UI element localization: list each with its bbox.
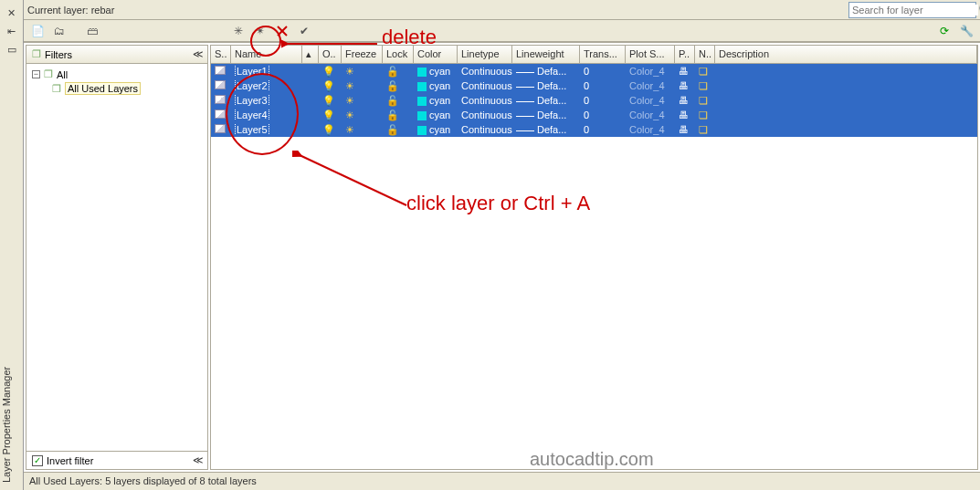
new-filter-icon[interactable]: 📄 [29, 23, 46, 39]
col-linetype[interactable]: Linetype [458, 46, 512, 63]
linetype-cell[interactable]: Continuous [458, 109, 512, 120]
plot-icon[interactable]: 🖶 [675, 80, 695, 91]
plot-icon[interactable]: 🖶 [675, 109, 695, 120]
grid-header[interactable]: S.. Name ▴ O.. Freeze Lock Color Linetyp… [211, 46, 977, 64]
linetype-cell[interactable]: Continuous [458, 80, 512, 91]
col-name[interactable]: Name [231, 46, 302, 63]
linetype-cell[interactable]: Continuous [458, 124, 512, 135]
search-input[interactable] [852, 5, 978, 16]
status-icon [215, 109, 226, 119]
layer-name[interactable]: Layer5 [235, 124, 269, 135]
linetype-cell[interactable]: Continuous [458, 66, 512, 77]
bulb-icon[interactable]: 💡 [322, 109, 335, 120]
autohide-icon[interactable]: ⇤ [5, 25, 18, 37]
sun-icon[interactable]: ☀ [345, 95, 354, 106]
bulb-icon[interactable]: 💡 [322, 124, 335, 135]
col-p[interactable]: P.. [675, 46, 695, 63]
color-swatch[interactable] [417, 111, 427, 120]
col-lock[interactable]: Lock [383, 46, 414, 63]
newvp-icon[interactable]: ❏ [695, 95, 715, 107]
sun-icon[interactable]: ☀ [345, 80, 354, 91]
table-row[interactable]: Layer4💡☀🔓cyanContinuousDefa...0Color_4🖶❏ [211, 108, 977, 122]
lock-icon[interactable]: 🔓 [386, 95, 399, 106]
sort-asc-icon[interactable]: ▴ [302, 46, 319, 63]
newvp-icon[interactable]: ❏ [695, 124, 715, 136]
tree-collapse-icon[interactable]: − [32, 70, 40, 78]
layer-name[interactable]: Layer4 [235, 109, 269, 120]
newvp-icon[interactable]: ❏ [695, 109, 715, 121]
topbar: Current layer: rebar 🔍 [24, 0, 980, 20]
collapse-icon[interactable]: ≪ [193, 48, 202, 60]
color-swatch[interactable] [417, 126, 427, 135]
properties-icon[interactable]: ▭ [5, 43, 18, 56]
lock-icon[interactable]: 🔓 [386, 109, 399, 120]
invert-filter-checkbox[interactable]: ✓ [32, 455, 43, 466]
col-on[interactable]: O.. [319, 46, 342, 63]
new-layer-vp-icon[interactable]: ✴ [252, 23, 269, 39]
delete-layer-icon[interactable] [274, 23, 290, 39]
table-row[interactable]: Layer2💡☀🔓cyanContinuousDefa...0Color_4🖶❏ [211, 78, 977, 93]
new-layer-icon[interactable]: ✳ [230, 23, 247, 39]
plot-icon[interactable]: 🖶 [675, 124, 695, 135]
bulb-icon[interactable]: 💡 [322, 66, 335, 77]
table-row[interactable]: Layer1💡☀🔓cyanContinuousDefa...0Color_4🖶❏ [211, 64, 977, 78]
layer-name[interactable]: Layer3 [235, 95, 269, 106]
plot-icon[interactable]: 🖶 [675, 66, 695, 77]
plotstyle-cell: Color_4 [626, 109, 675, 120]
new-group-filter-icon[interactable]: 🗂 [51, 23, 68, 39]
col-freeze[interactable]: Freeze [342, 46, 383, 63]
grid-body[interactable]: Layer1💡☀🔓cyanContinuousDefa...0Color_4🖶❏… [211, 64, 977, 469]
palette-side-strip[interactable]: ✕ ⇤ ▭ Layer Properties Manager [0, 0, 24, 490]
plot-icon[interactable]: 🖶 [675, 95, 695, 106]
filter-all-used-label: All Used Layers [65, 82, 141, 95]
color-name: cyan [429, 80, 450, 91]
filters-header[interactable]: ❐ Filters ≪ [26, 46, 207, 64]
col-n[interactable]: N.. [695, 46, 715, 63]
layer-name[interactable]: Layer1 [235, 66, 269, 77]
lineweight-cell[interactable]: Defa... [512, 80, 580, 91]
search-input-wrap[interactable]: 🔍 [848, 2, 976, 18]
layer-states-icon[interactable]: 🗃 [84, 23, 100, 39]
lineweight-cell[interactable]: Defa... [512, 66, 580, 77]
bulb-icon[interactable]: 💡 [322, 95, 335, 106]
lineweight-cell[interactable]: Defa... [512, 95, 580, 106]
color-swatch[interactable] [417, 97, 427, 106]
lineweight-cell[interactable]: Defa... [512, 109, 580, 120]
collapse-icon[interactable]: ≪ [193, 454, 202, 466]
invert-filter-row[interactable]: ✓ Invert filter ≪ [26, 451, 207, 469]
refresh-icon[interactable]: ⟳ [936, 23, 953, 39]
sun-icon[interactable]: ☀ [345, 124, 354, 135]
bulb-icon[interactable]: 💡 [322, 80, 335, 91]
trans-cell[interactable]: 0 [580, 124, 626, 135]
lock-icon[interactable]: 🔓 [386, 124, 399, 135]
set-current-icon[interactable]: ✔ [296, 23, 312, 39]
sun-icon[interactable]: ☀ [345, 66, 354, 77]
table-row[interactable]: Layer3💡☀🔓cyanContinuousDefa...0Color_4🖶❏ [211, 93, 977, 108]
filter-all[interactable]: − ❐ All [32, 68, 202, 81]
trans-cell[interactable]: 0 [580, 109, 626, 120]
trans-cell[interactable]: 0 [580, 66, 626, 77]
newvp-icon[interactable]: ❏ [695, 80, 715, 92]
col-plotstyle[interactable]: Plot S... [626, 46, 675, 63]
sun-icon[interactable]: ☀ [345, 109, 354, 120]
col-trans[interactable]: Trans... [580, 46, 626, 63]
newvp-icon[interactable]: ❏ [695, 66, 715, 78]
settings-icon[interactable]: 🔧 [958, 23, 975, 39]
close-icon[interactable]: ✕ [5, 6, 18, 19]
lineweight-cell[interactable]: Defa... [512, 124, 580, 135]
col-lineweight[interactable]: Lineweight [512, 46, 580, 63]
layer-name[interactable]: Layer2 [235, 80, 269, 91]
table-row[interactable]: Layer5💡☀🔓cyanContinuousDefa...0Color_4🖶❏ [211, 122, 977, 137]
trans-cell[interactable]: 0 [580, 95, 626, 106]
filter-all-used[interactable]: ❐ All Used Layers [32, 81, 202, 96]
color-swatch[interactable] [417, 68, 427, 77]
col-desc[interactable]: Description [715, 46, 977, 63]
trans-cell[interactable]: 0 [580, 80, 626, 91]
col-status[interactable]: S.. [211, 46, 231, 63]
status-bar: All Used Layers: 5 layers displayed of 8… [24, 472, 980, 490]
color-swatch[interactable] [417, 82, 427, 91]
linetype-cell[interactable]: Continuous [458, 95, 512, 106]
lock-icon[interactable]: 🔓 [386, 66, 399, 77]
lock-icon[interactable]: 🔓 [386, 80, 399, 91]
col-color[interactable]: Color [414, 46, 458, 63]
